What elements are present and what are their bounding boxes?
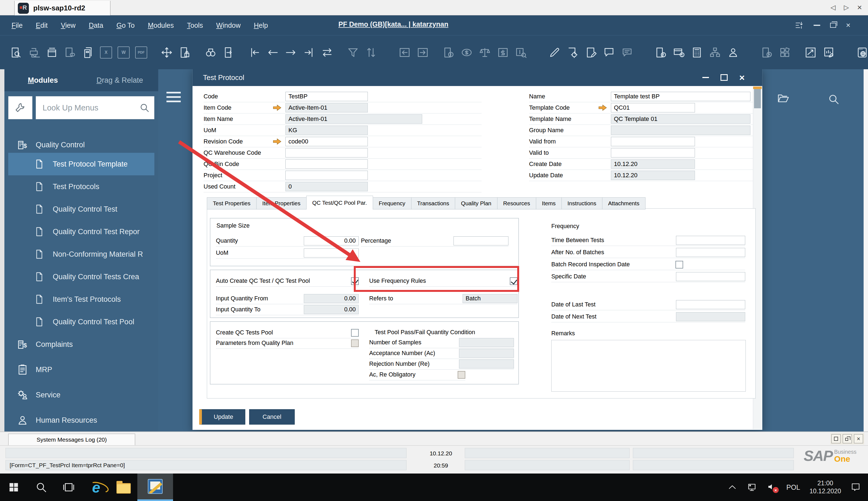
navigate-back-icon[interactable] (398, 46, 411, 59)
lookup-menus-input[interactable] (36, 96, 154, 119)
payment-means-icon[interactable] (460, 46, 473, 59)
mdi-cascade-icon[interactable] (843, 434, 852, 443)
tab-frequency[interactable]: Frequency (373, 197, 412, 210)
batch-record-inspection-date-checkbox[interactable] (675, 261, 683, 268)
volume-muted-icon[interactable]: × (767, 481, 777, 493)
widget-gallery-icon[interactable] (779, 46, 791, 59)
tab-qc-test-qc-pool-par[interactable]: QC Test/QC Pool Par. (306, 196, 373, 210)
date-of-last-test-input[interactable] (676, 300, 745, 309)
first-record-icon[interactable] (248, 46, 261, 59)
menu-file[interactable]: File (12, 21, 22, 29)
sidebar-tab-drag-relate[interactable]: Drag & Relate (81, 76, 158, 85)
sidebar-module-service[interactable]: Service (4, 387, 158, 403)
tab-test-properties[interactable]: Test Properties (207, 197, 257, 210)
template-name-input[interactable] (611, 114, 750, 124)
sample-uom-input[interactable] (304, 248, 359, 257)
window-forward-icon[interactable]: ▷ (844, 3, 849, 11)
tab-resources[interactable]: Resources (497, 197, 536, 210)
valid-from-input[interactable] (611, 137, 695, 146)
web-client-icon[interactable] (856, 46, 868, 59)
used-count-input[interactable] (285, 182, 368, 191)
sidebar-collapse-button[interactable] (166, 92, 181, 105)
dialog-maximize-icon[interactable] (720, 74, 728, 81)
menu-view[interactable]: View (61, 21, 76, 29)
item-code-input[interactable] (285, 103, 368, 113)
code-input[interactable] (285, 92, 368, 101)
link-arrow-icon[interactable] (273, 104, 282, 111)
sidebar-item-non-conforming-material[interactable]: Non-Conforming Material R (8, 243, 154, 266)
menu-data[interactable]: Data (89, 21, 103, 29)
launch-application-icon[interactable] (160, 46, 173, 59)
alerts-overview-icon[interactable] (654, 46, 667, 59)
app-window-tab[interactable]: plsw-sap10-rd2 (14, 1, 110, 15)
auto-create-checkbox[interactable] (351, 277, 359, 285)
calculator-icon[interactable] (691, 46, 703, 59)
price-report-icon[interactable] (804, 46, 817, 59)
edit-shortcut-icon[interactable] (822, 46, 835, 59)
revision-code-input[interactable] (285, 137, 368, 146)
app-close-icon[interactable]: × (846, 21, 850, 30)
dialog-minimize-icon[interactable] (702, 77, 709, 78)
system-messages-log-tab[interactable]: System Messages Log (20) (8, 434, 135, 445)
sidebar-module-human-resources[interactable]: Human Resources (4, 412, 158, 428)
payment-blocks-icon[interactable] (672, 46, 685, 59)
tab-items[interactable]: Items (536, 197, 562, 210)
search-icon[interactable] (139, 102, 150, 113)
time-between-tests-input[interactable] (676, 236, 745, 245)
menu-tools[interactable]: Tools (187, 21, 203, 29)
sort-table-icon[interactable] (365, 46, 377, 59)
link-arrow-icon[interactable] (273, 138, 282, 145)
next-record-icon[interactable] (284, 46, 297, 59)
language-indicator[interactable]: POL (786, 483, 800, 491)
export-excel-icon[interactable]: X (100, 46, 112, 58)
window-close-icon[interactable]: × (857, 3, 862, 12)
after-no-of-batches-input[interactable] (676, 248, 745, 257)
base-amount-icon[interactable] (497, 46, 509, 59)
input-quantity-from-input[interactable] (304, 294, 359, 303)
print-preview-icon[interactable] (46, 46, 58, 59)
project-input[interactable] (285, 171, 368, 180)
template-code-input[interactable] (611, 103, 695, 113)
window-back-icon[interactable]: ◁ (831, 3, 836, 11)
remarks-icon[interactable] (603, 46, 615, 59)
taskbar-clock[interactable]: 21:00 10.12.2020 (810, 479, 841, 495)
group-name-input[interactable] (611, 126, 750, 135)
link-arrow-icon[interactable] (598, 104, 608, 111)
add-record-icon[interactable] (223, 46, 235, 59)
start-button[interactable] (0, 473, 28, 501)
tray-expand-icon[interactable] (727, 482, 738, 492)
tab-quality-plan[interactable]: Quality Plan (455, 197, 498, 210)
mdi-restore-icon[interactable] (832, 434, 840, 443)
update-date-input[interactable] (611, 171, 695, 180)
sidebar-module-mrp[interactable]: MRP (4, 362, 158, 377)
sap-business-one-taskbar-icon[interactable] (137, 473, 173, 501)
schedule-icon[interactable] (760, 46, 773, 59)
send-message-icon[interactable] (64, 46, 76, 59)
sidebar-item-test-protocol-template[interactable]: Test Protocol Template (8, 153, 154, 175)
sample-percentage-input[interactable] (454, 236, 508, 245)
sample-quantity-input[interactable] (304, 236, 359, 245)
sidebar-item-quality-control-test-report[interactable]: Quality Control Test Repor (8, 221, 154, 243)
name-input[interactable] (611, 92, 750, 101)
refers-to-input[interactable] (463, 294, 518, 303)
app-restore-icon[interactable] (830, 23, 836, 28)
sidebar-item-items-test-protocols[interactable]: Item's Test Protocols (8, 288, 154, 311)
internet-explorer-icon[interactable]: e (83, 473, 110, 501)
action-center-icon[interactable] (850, 482, 861, 492)
cancel-button[interactable]: Cancel (249, 409, 295, 425)
document-editing-icon[interactable] (585, 46, 597, 59)
menu-modules[interactable]: Modules (148, 21, 174, 29)
print-icon[interactable] (28, 46, 40, 59)
specific-date-input[interactable] (676, 272, 745, 281)
gross-profit-icon[interactable] (478, 46, 491, 59)
create-date-input[interactable] (611, 159, 695, 169)
refresh-record-icon[interactable] (321, 46, 334, 59)
taskbar-search-icon[interactable] (28, 473, 55, 501)
task-view-icon[interactable] (55, 473, 83, 501)
copy-special-icon[interactable] (82, 46, 95, 59)
sidebar-module-complaints[interactable]: Complaints (4, 337, 158, 352)
uom-input[interactable] (285, 126, 368, 135)
create-qc-tests-pool-checkbox[interactable] (351, 329, 359, 337)
remarks-textarea[interactable] (551, 340, 746, 392)
navigate-forward-icon[interactable] (416, 46, 429, 59)
